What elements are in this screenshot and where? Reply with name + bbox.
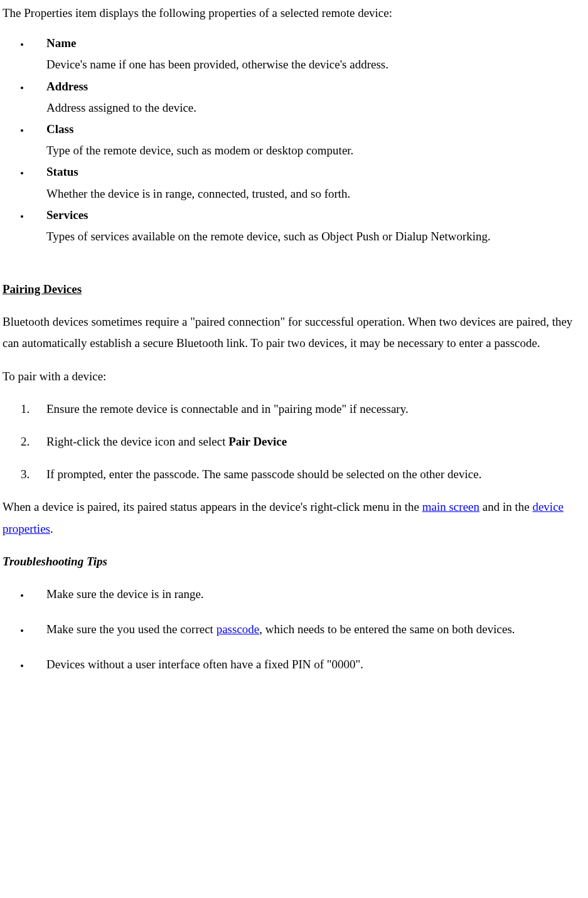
- tip-item: Devices without a user interface often h…: [30, 654, 585, 675]
- pairing-step: If prompted, enter the passcode. The sam…: [33, 464, 585, 485]
- tip-text: , which needs to be entered the same on …: [259, 623, 515, 636]
- property-term: Address: [46, 80, 88, 93]
- property-term: Services: [46, 208, 88, 222]
- property-term: Class: [46, 122, 73, 136]
- pairing-step: Ensure the remote device is connectable …: [33, 398, 585, 420]
- pair-device-label: Pair Device: [228, 435, 287, 448]
- main-screen-link[interactable]: main screen: [422, 500, 479, 513]
- troubleshooting-tips: Make sure the device is in range. Make s…: [3, 584, 585, 676]
- property-term: Status: [46, 165, 78, 178]
- troubleshooting-heading: Troubleshooting Tips: [3, 551, 585, 572]
- paired-text: and in the: [479, 500, 532, 513]
- paired-text: .: [50, 522, 53, 535]
- property-item: Address Address assigned to the device.: [30, 76, 585, 119]
- step-text: Right-click the device icon and select: [46, 435, 228, 448]
- pairing-step: Right-click the device icon and select P…: [33, 431, 585, 452]
- properties-intro: The Properties item displays the followi…: [3, 3, 585, 24]
- paired-status-note: When a device is paired, its paired stat…: [3, 496, 585, 539]
- property-desc: Whether the device is in range, connecte…: [46, 183, 585, 205]
- pairing-description: Bluetooth devices sometimes require a "p…: [3, 311, 585, 354]
- property-term: Name: [46, 36, 76, 50]
- pairing-devices-heading: Pairing Devices: [3, 279, 585, 300]
- pairing-steps: Ensure the remote device is connectable …: [3, 398, 585, 486]
- property-item: Name Device's name if one has been provi…: [30, 33, 585, 75]
- tip-text: Make sure the you used the correct: [46, 623, 216, 636]
- property-desc: Type of the remote device, such as modem…: [46, 140, 585, 161]
- tip-item: Make sure the you used the correct passc…: [30, 619, 585, 640]
- passcode-link[interactable]: passcode: [216, 623, 260, 636]
- property-desc: Address assigned to the device.: [46, 97, 585, 119]
- property-item: Services Types of services available on …: [30, 205, 585, 247]
- property-desc: Device's name if one has been provided, …: [46, 54, 585, 75]
- properties-list: Name Device's name if one has been provi…: [3, 33, 585, 247]
- pairing-to-intro: To pair with a device:: [3, 366, 585, 387]
- property-item: Status Whether the device is in range, c…: [30, 161, 585, 204]
- tip-item: Make sure the device is in range.: [30, 584, 585, 605]
- paired-text: When a device is paired, its paired stat…: [3, 500, 422, 513]
- property-item: Class Type of the remote device, such as…: [30, 119, 585, 161]
- property-desc: Types of services available on the remot…: [46, 226, 585, 247]
